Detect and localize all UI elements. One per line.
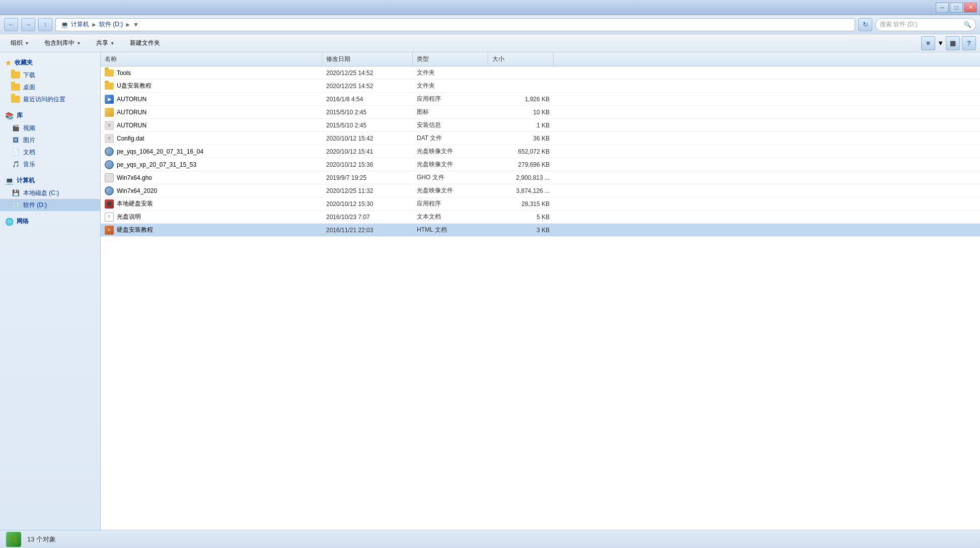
toolbar: 组织 ▼ 包含到库中 ▼ 共享 ▼ 新建文件夹 ≡ ▼ ▦ ?: [0, 34, 980, 52]
file-name-text: Win7x64.gho: [117, 174, 152, 181]
file-icon: [105, 173, 114, 182]
network-icon: 🌐: [5, 218, 14, 226]
up-button[interactable]: ↑: [38, 18, 52, 31]
file-row[interactable]: U盘安装教程 2020/12/25 14:52 文件夹: [101, 80, 980, 93]
breadcrumb-drive[interactable]: 软件 (D:): [99, 20, 123, 29]
file-name-text: pe_yqs_1064_20_07_31_16_04: [117, 148, 203, 155]
file-name-text: AUTORUN: [117, 122, 146, 129]
sidebar-item-music[interactable]: 🎵 音乐: [0, 158, 100, 170]
file-row[interactable]: Win7x64_2020 2020/12/25 11:32 光盘映像文件 3,8…: [101, 184, 980, 197]
file-name-text: AUTORUN: [117, 109, 146, 116]
file-cell-size: 3,874,126 ...: [488, 184, 554, 197]
minimize-button[interactable]: ─: [936, 3, 949, 13]
file-cell-name: ▶ AUTORUN: [101, 93, 322, 105]
col-header-modified[interactable]: 修改日期: [322, 52, 413, 66]
sidebar-item-recent[interactable]: 最近访问的位置: [0, 93, 100, 105]
file-row[interactable]: Tools 2020/12/25 14:52 文件夹: [101, 66, 980, 80]
file-row[interactable]: Win7x64.gho 2019/9/7 19:25 GHO 文件 2,900,…: [101, 171, 980, 184]
col-header-type[interactable]: 类型: [413, 52, 488, 66]
breadcrumb-dropdown[interactable]: ▼: [133, 21, 139, 28]
file-row[interactable]: ▶ AUTORUN 2016/1/8 4:54 应用程序 1,926 KB: [101, 93, 980, 106]
network-label: 网络: [17, 217, 29, 226]
file-cell-type: 图标: [413, 106, 488, 118]
address-bar: ← → ↑ 💻 计算机 ► 软件 (D:) ► ▼ ↻ 搜索 软件 (D:) 🔍: [0, 15, 980, 34]
sidebar-header-computer[interactable]: 💻 计算机: [0, 174, 100, 187]
view-toggle-button[interactable]: ≡: [921, 36, 935, 50]
new-folder-button[interactable]: 新建文件夹: [123, 36, 167, 50]
preview-button[interactable]: ▦: [946, 36, 960, 50]
file-icon: T: [105, 213, 114, 222]
sidebar-item-download-label: 下载: [23, 71, 35, 80]
sidebar-item-d-drive-label: 软件 (D:): [23, 201, 47, 210]
file-cell-date: 2015/5/10 2:45: [322, 106, 413, 118]
file-icon: ⬛: [105, 199, 114, 209]
forward-button[interactable]: →: [21, 18, 35, 31]
col-modified-label: 修改日期: [326, 55, 350, 63]
sidebar-header-favorites[interactable]: ★ 收藏夹: [0, 56, 100, 69]
sidebar-item-pictures[interactable]: 🖼 图片: [0, 134, 100, 146]
sidebar-item-video[interactable]: 🎬 视频: [0, 122, 100, 134]
sidebar-section-favorites: ★ 收藏夹 下载 桌面 最近访问的位置: [0, 56, 100, 105]
file-icon: [105, 68, 114, 78]
file-row[interactable]: AUTORUN 2015/5/10 2:45 图标 10 KB: [101, 106, 980, 119]
file-cell-date: 2016/1/8 4:54: [322, 93, 413, 105]
computer-icon: 💻: [5, 177, 14, 185]
file-icon: H: [105, 226, 114, 235]
include-library-button[interactable]: 包含到库中 ▼: [38, 36, 88, 50]
share-arrow: ▼: [110, 41, 115, 46]
file-row[interactable]: D Config.dat 2020/10/12 15:42 DAT 文件 36 …: [101, 132, 980, 145]
status-count: 13 个对象: [27, 535, 56, 544]
breadcrumb-computer[interactable]: 计算机: [71, 20, 89, 29]
file-row[interactable]: pe_yqs_xp_20_07_31_15_53 2020/10/12 15:3…: [101, 158, 980, 171]
organize-button[interactable]: 组织 ▼: [4, 36, 36, 50]
sidebar-header-libraries[interactable]: 📚 库: [0, 109, 100, 122]
share-button[interactable]: 共享 ▼: [90, 36, 121, 50]
sidebar-item-download[interactable]: 下载: [0, 69, 100, 81]
back-button[interactable]: ←: [4, 18, 18, 31]
refresh-button[interactable]: ↻: [858, 18, 872, 31]
status-app-icon: 🌿: [6, 532, 21, 547]
maximize-button[interactable]: □: [950, 3, 963, 13]
file-cell-size: 36 KB: [488, 132, 554, 145]
sidebar-header-network[interactable]: 🌐 网络: [0, 215, 100, 228]
file-cell-size: 1 KB: [488, 119, 554, 131]
sidebar-item-c-drive[interactable]: 💾 本地磁盘 (C:): [0, 187, 100, 199]
sidebar-item-documents[interactable]: 📄 文档: [0, 146, 100, 158]
sidebar-item-desktop-label: 桌面: [23, 83, 35, 92]
main-area: ★ 收藏夹 下载 桌面 最近访问的位置: [0, 52, 980, 530]
file-cell-name: H 硬盘安装教程: [101, 224, 322, 236]
sidebar-item-desktop[interactable]: 桌面: [0, 81, 100, 93]
column-headers: 名称 修改日期 类型 大小: [101, 52, 980, 66]
pictures-icon: 🖼: [11, 135, 20, 145]
file-cell-type: HTML 文档: [413, 224, 488, 236]
close-button[interactable]: ✕: [964, 3, 977, 13]
file-cell-type: 安装信息: [413, 119, 488, 131]
col-type-label: 类型: [417, 55, 429, 63]
file-list-area: 名称 修改日期 类型 大小 Tools 2020/12/25 14:52 文件夹: [101, 52, 980, 530]
file-cell-name: AUTORUN: [101, 106, 322, 118]
file-row[interactable]: pe_yqs_1064_20_07_31_16_04 2020/10/12 15…: [101, 145, 980, 158]
file-row[interactable]: ⬛ 本地硬盘安装 2020/10/12 15:30 应用程序 28,315 KB: [101, 197, 980, 211]
sidebar-item-d-drive[interactable]: 💿 软件 (D:): [0, 199, 100, 211]
d-drive-icon: 💿: [11, 200, 20, 210]
file-icon: [105, 108, 114, 117]
search-bar[interactable]: 搜索 软件 (D:) 🔍: [875, 18, 976, 31]
file-row[interactable]: D AUTORUN 2015/5/10 2:45 安装信息 1 KB: [101, 119, 980, 132]
documents-icon: 📄: [11, 148, 20, 157]
file-icon: [105, 82, 114, 91]
file-row[interactable]: T 光盘说明 2016/10/23 7:07 文本文档 5 KB: [101, 211, 980, 224]
file-name-text: Config.dat: [117, 135, 144, 142]
desktop-folder-icon: [11, 83, 20, 92]
file-cell-date: 2020/10/12 15:36: [322, 158, 413, 171]
file-cell-date: 2020/10/12 15:30: [322, 197, 413, 210]
col-header-size[interactable]: 大小: [488, 52, 554, 66]
sidebar-item-recent-label: 最近访问的位置: [23, 95, 65, 104]
file-row[interactable]: H 硬盘安装教程 2016/11/21 22:03 HTML 文档 3 KB: [101, 224, 980, 237]
file-name-text: 硬盘安装教程: [117, 226, 153, 234]
file-cell-type: 文件夹: [413, 80, 488, 92]
col-header-name[interactable]: 名称: [101, 52, 322, 66]
view-dropdown-arrow[interactable]: ▼: [937, 39, 944, 47]
help-button[interactable]: ?: [962, 36, 976, 50]
status-bar: 🌿 13 个对象: [0, 530, 980, 548]
computer-label: 计算机: [17, 176, 35, 185]
